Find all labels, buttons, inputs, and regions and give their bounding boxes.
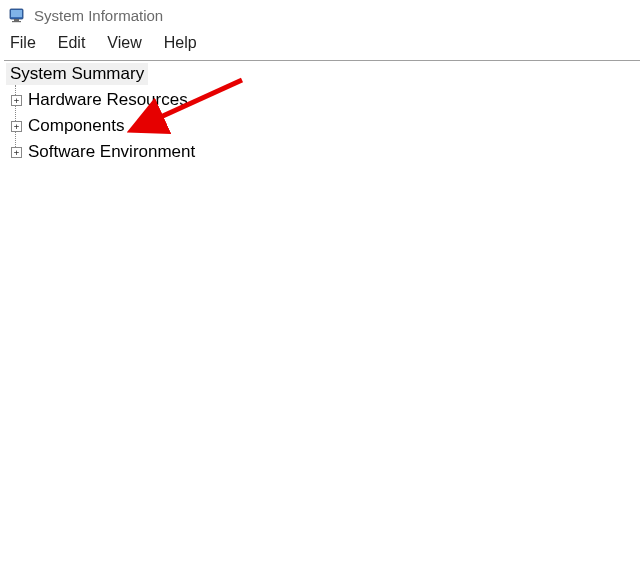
svg-rect-2 [14, 19, 19, 21]
expand-icon[interactable]: + [11, 121, 22, 132]
titlebar: System Information [0, 0, 640, 28]
tree-item-label: Components [28, 113, 124, 139]
tree-panel: System Summary + Hardware Resources + Co… [4, 61, 640, 165]
menubar: File Edit View Help [0, 28, 640, 60]
menu-help[interactable]: Help [160, 32, 207, 54]
expand-icon[interactable]: + [11, 147, 22, 158]
tree-item-label: Software Environment [28, 139, 195, 165]
svg-rect-1 [11, 10, 22, 17]
tree-item-components[interactable]: + Components [4, 113, 640, 139]
system-information-window: System Information File Edit View Help S… [0, 0, 640, 577]
window-title: System Information [34, 7, 163, 24]
tree-item-software-environment[interactable]: + Software Environment [4, 139, 640, 165]
svg-rect-3 [12, 21, 21, 22]
menu-edit[interactable]: Edit [54, 32, 96, 54]
tree-children: + Hardware Resources + Components + Soft… [4, 87, 640, 165]
expand-icon[interactable]: + [11, 95, 22, 106]
tree-item-label: Hardware Resources [28, 87, 188, 113]
tree-item-hardware-resources[interactable]: + Hardware Resources [4, 87, 640, 113]
menu-file[interactable]: File [6, 32, 46, 54]
menu-view[interactable]: View [103, 32, 151, 54]
tree-root-system-summary[interactable]: System Summary [6, 63, 148, 85]
content-area: System Summary + Hardware Resources + Co… [4, 60, 640, 577]
app-icon [8, 6, 26, 24]
